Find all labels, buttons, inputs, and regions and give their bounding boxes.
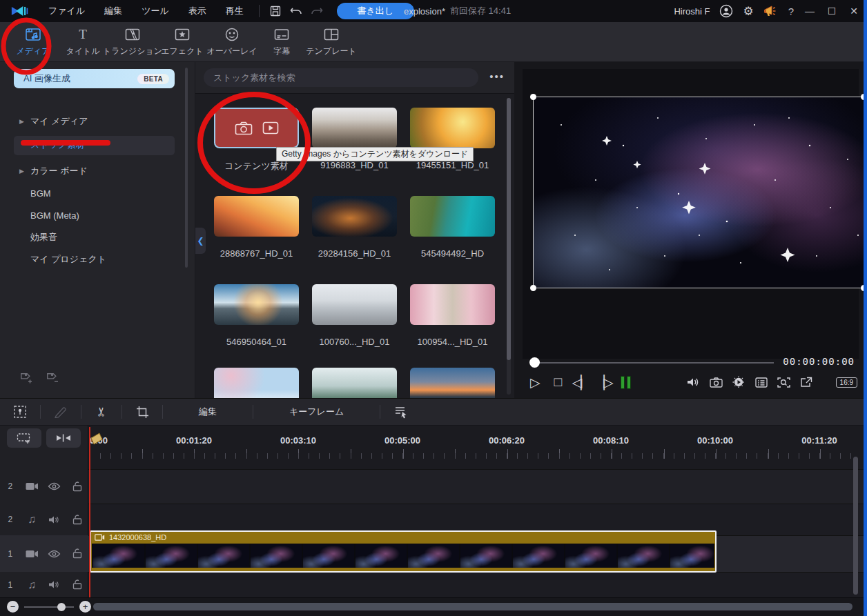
- tab-template[interactable]: テンプレート: [306, 27, 356, 57]
- zoom-fit-icon[interactable]: [772, 377, 795, 388]
- stop-button[interactable]: □: [547, 375, 569, 390]
- export-button[interactable]: 書き出し: [337, 3, 414, 19]
- media-thumbnail[interactable]: [312, 108, 397, 148]
- tab-subtitles[interactable]: 字幕: [257, 27, 306, 57]
- media-thumbnail[interactable]: [410, 108, 495, 148]
- step-forward-button[interactable]: ▕▷: [592, 375, 614, 390]
- media-item[interactable]: 29284156_HD_01: [312, 196, 397, 259]
- redo-icon[interactable]: [306, 3, 327, 19]
- step-back-button[interactable]: ◁▏: [569, 375, 592, 390]
- caret-right-icon[interactable]: ▶: [19, 118, 30, 125]
- settings-gear-icon[interactable]: ⚙: [743, 4, 753, 19]
- tab-overlay[interactable]: オーバーレイ: [207, 27, 257, 57]
- sidebar-scrollbar[interactable]: [185, 68, 188, 268]
- close-button[interactable]: ✕: [848, 6, 860, 17]
- timeline-clip[interactable]: 1432000638_HD: [90, 530, 717, 573]
- timeline-horizontal-scrollbar[interactable]: [93, 603, 853, 610]
- render-preview-icon[interactable]: [727, 375, 750, 389]
- manage-tracks-button[interactable]: [7, 428, 41, 448]
- minimize-button[interactable]: —: [803, 6, 816, 17]
- media-item[interactable]: 100760..._HD_01: [312, 284, 397, 347]
- scissors-split-icon[interactable]: ✂: [90, 404, 113, 419]
- media-item[interactable]: 545494492_HD: [410, 196, 495, 259]
- collapse-panel-button[interactable]: ❮: [195, 228, 206, 254]
- media-thumbnail[interactable]: [410, 196, 495, 237]
- caret-right-icon[interactable]: ▶: [19, 168, 30, 175]
- lock-icon[interactable]: [66, 579, 88, 590]
- tab-titles[interactable]: T タイトル: [58, 27, 108, 57]
- help-icon[interactable]: ?: [788, 6, 794, 17]
- pointer-list-icon[interactable]: [389, 406, 412, 419]
- media-thumbnail[interactable]: [214, 196, 299, 237]
- lock-icon[interactable]: [66, 515, 88, 525]
- eye-visibility-icon[interactable]: [43, 482, 66, 490]
- aspect-ratio-badge[interactable]: 16:9: [836, 377, 857, 388]
- megaphone-icon[interactable]: [763, 5, 779, 17]
- media-thumbnail[interactable]: [312, 196, 397, 237]
- media-item-content[interactable]: コンテンツ素材: [214, 108, 299, 172]
- media-item[interactable]: [410, 368, 495, 398]
- content-media-tile[interactable]: [214, 108, 299, 148]
- menu-play[interactable]: 再生: [216, 0, 253, 22]
- sidebar-item-bgm-meta[interactable]: BGM (Meta): [0, 204, 195, 226]
- transform-select-icon[interactable]: [8, 405, 32, 419]
- tab-transitions[interactable]: トランジション: [108, 27, 157, 57]
- media-scrollbar[interactable]: [507, 98, 511, 395]
- speaker-icon[interactable]: [43, 515, 66, 524]
- media-item[interactable]: 100954..._HD_01: [410, 284, 495, 347]
- sidebar-item-bgm[interactable]: BGM: [0, 182, 195, 204]
- zoom-slider-handle[interactable]: [57, 603, 66, 611]
- save-icon[interactable]: [265, 3, 286, 19]
- marker-list-icon[interactable]: [750, 377, 772, 388]
- seek-bar[interactable]: [539, 362, 774, 364]
- edit-button[interactable]: 編集: [171, 406, 244, 418]
- timeline-zoom-slider[interactable]: [24, 601, 74, 613]
- playhead-flag-icon[interactable]: [90, 431, 104, 445]
- menu-edit[interactable]: 編集: [95, 0, 132, 22]
- sidebar-item-color-board[interactable]: ▶ カラー ボード: [0, 160, 195, 182]
- audio-meter-icon[interactable]: [614, 376, 637, 389]
- lock-icon[interactable]: [66, 481, 88, 492]
- media-item[interactable]: 28868767_HD_01: [214, 196, 299, 259]
- media-item[interactable]: 546950464_01: [214, 284, 299, 347]
- media-thumbnail[interactable]: [312, 368, 397, 398]
- audio-track-1-lane[interactable]: [0, 572, 867, 597]
- sidebar-item-my-project[interactable]: マイ プロジェクト: [0, 248, 195, 270]
- crop-icon[interactable]: [130, 406, 154, 419]
- video-track-2-lane[interactable]: [0, 469, 867, 504]
- seek-handle[interactable]: [529, 357, 540, 368]
- sidebar-item-stock-media[interactable]: ストック素材: [0, 134, 195, 156]
- remove-tag-icon[interactable]: [44, 370, 59, 386]
- sidebar-item-sound-effects[interactable]: 効果音: [0, 226, 195, 248]
- resize-handle-bottom-left[interactable]: [530, 285, 536, 291]
- media-item[interactable]: [214, 368, 299, 398]
- ai-image-generate-button[interactable]: AI 画像生成 BETA: [14, 69, 175, 88]
- avatar-icon[interactable]: [719, 4, 733, 18]
- media-thumbnail[interactable]: [410, 284, 495, 325]
- snapshot-camera-icon[interactable]: [705, 377, 728, 388]
- media-thumbnail[interactable]: [214, 368, 299, 398]
- menu-file[interactable]: ファイル: [39, 0, 95, 22]
- media-item[interactable]: [312, 368, 397, 398]
- zoom-in-button[interactable]: +: [79, 601, 91, 613]
- pen-tool-icon[interactable]: [49, 406, 72, 418]
- preview-video-frame[interactable]: [533, 97, 864, 288]
- lock-icon[interactable]: [66, 548, 88, 559]
- menu-tools[interactable]: ツール: [132, 0, 179, 22]
- tab-media[interactable]: メディア: [8, 27, 58, 57]
- playhead[interactable]: [89, 427, 90, 597]
- menu-view[interactable]: 表示: [179, 0, 216, 22]
- media-thumbnail[interactable]: [214, 284, 299, 325]
- popout-window-icon[interactable]: [795, 377, 818, 388]
- media-thumbnail[interactable]: [312, 284, 397, 325]
- search-input[interactable]: [204, 68, 478, 87]
- speaker-icon[interactable]: [43, 580, 66, 589]
- maximize-button[interactable]: ☐: [826, 6, 838, 17]
- resize-handle-top-left[interactable]: [530, 94, 536, 100]
- undo-icon[interactable]: [286, 3, 306, 19]
- add-tag-icon[interactable]: [18, 370, 33, 386]
- sidebar-item-my-media[interactable]: ▶ マイ メディア: [0, 110, 195, 132]
- timeline-ruler[interactable]: 0:00 00:01:20 00:03:10 00:05:00 00:06:20…: [88, 435, 867, 446]
- eye-visibility-icon[interactable]: [43, 550, 66, 558]
- trim-to-playhead-button[interactable]: [46, 428, 81, 448]
